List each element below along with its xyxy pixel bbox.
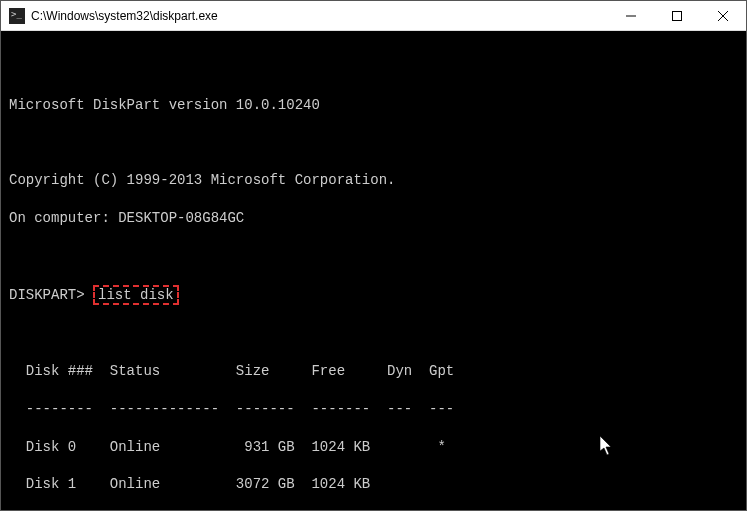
- close-icon: [718, 11, 728, 21]
- table-row: Disk 0 Online 931 GB 1024 KB *: [9, 438, 738, 457]
- titlebar[interactable]: C:\Windows\system32\diskpart.exe: [1, 1, 746, 31]
- terminal-area[interactable]: Microsoft DiskPart version 10.0.10240 Co…: [1, 31, 746, 510]
- blank-line: [9, 133, 738, 152]
- mouse-pointer-icon: [550, 417, 564, 437]
- copyright-line: Copyright (C) 1999-2013 Microsoft Corpor…: [9, 171, 738, 190]
- blank-line: [9, 324, 738, 343]
- prompt-line: DISKPART> list disk: [9, 285, 738, 306]
- version-line: Microsoft DiskPart version 10.0.10240: [9, 96, 738, 115]
- disk-table-header: Disk ### Status Size Free Dyn Gpt: [9, 362, 738, 381]
- window-controls: [608, 1, 746, 30]
- window-title: C:\Windows\system32\diskpart.exe: [31, 9, 608, 23]
- close-button[interactable]: [700, 1, 746, 30]
- cmd-list-disk: list disk: [93, 285, 179, 306]
- svg-rect-1: [673, 11, 682, 20]
- maximize-icon: [672, 11, 682, 21]
- minimize-icon: [626, 11, 636, 21]
- blank-line: [9, 58, 738, 77]
- on-computer-line: On computer: DESKTOP-08G84GC: [9, 209, 738, 228]
- table-row: Disk 1 Online 3072 GB 1024 KB: [9, 475, 738, 494]
- app-icon: [9, 8, 25, 24]
- prompt: DISKPART>: [9, 287, 85, 303]
- window-frame: C:\Windows\system32\diskpart.exe Microso…: [0, 0, 747, 511]
- maximize-button[interactable]: [654, 1, 700, 30]
- minimize-button[interactable]: [608, 1, 654, 30]
- disk-table-rule: -------- ------------- ------- ------- -…: [9, 400, 738, 419]
- blank-line: [9, 247, 738, 266]
